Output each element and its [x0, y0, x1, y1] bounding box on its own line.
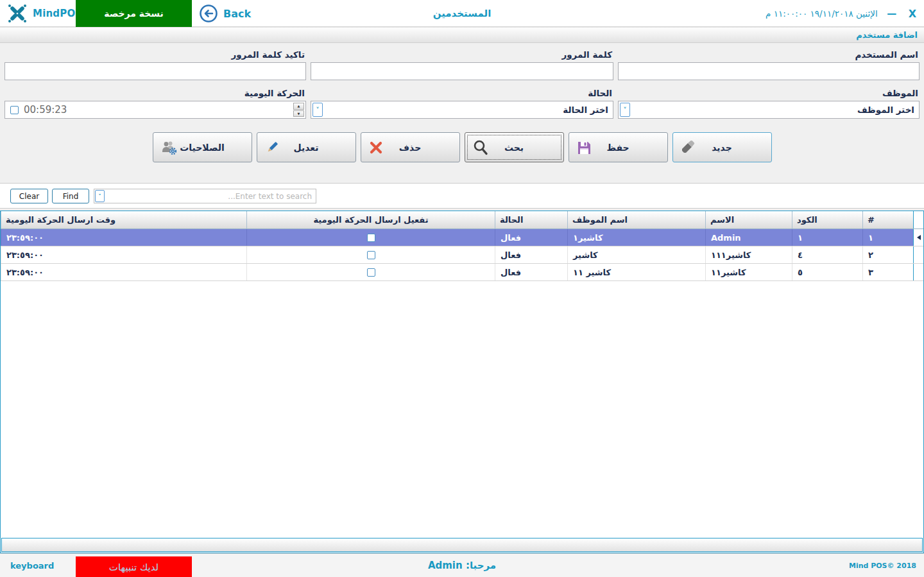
- users-table: #الكودالاسماسم الموظفالحالةتفعيل ارسال ا…: [0, 211, 924, 553]
- table-row[interactable]: ٣٥كاشير١١كاشير ١١فعال٢٣:٥٩:٠٠: [1, 264, 923, 281]
- row-indicator: [913, 246, 923, 263]
- password-label: كلمة المرور: [311, 49, 612, 60]
- time-spinner: ▲ ▼: [293, 103, 304, 117]
- cell-time: ٢٣:٥٩:٠٠: [1, 246, 246, 263]
- cell-name: كاشير١١: [705, 264, 792, 280]
- table-body: ١١Adminكاشير١فعال٢٣:٥٩:٠٠٢٤كاشير١١١كاشير…: [1, 229, 923, 281]
- column-header[interactable]: اسم الموظف: [567, 211, 705, 228]
- confirm-password-label: تاكيد كلمة المرور: [4, 49, 305, 60]
- column-header[interactable]: #: [862, 211, 913, 228]
- cell-code: ٤: [792, 246, 862, 263]
- search-text-input[interactable]: [105, 189, 316, 203]
- cell-status: فعال: [495, 264, 567, 280]
- cell-name: Admin: [705, 229, 792, 246]
- row-indicator: [913, 229, 923, 246]
- cell-employee: كاشير: [567, 246, 705, 263]
- spin-down-icon[interactable]: ▼: [293, 110, 304, 117]
- minimize-button[interactable]: —: [887, 0, 897, 27]
- daily-time-checkbox[interactable]: [10, 106, 19, 114]
- confirm-password-input[interactable]: [4, 62, 306, 80]
- clear-button[interactable]: Clear: [10, 189, 48, 203]
- table-search-bar: Clear Find ˅: [0, 183, 924, 209]
- table-row[interactable]: ١١Adminكاشير١فعال٢٣:٥٩:٠٠: [1, 229, 923, 246]
- titlebar: MindPOS نسخة مرخصة Back المستخدمين الإثن…: [0, 0, 924, 27]
- datetime-text: الإثنين ١٩/١١/٢٠١٨ ١١:٠٠:٠٠ م: [766, 8, 878, 19]
- cell-num: ١: [862, 229, 913, 246]
- spin-up-icon[interactable]: ▲: [293, 103, 304, 110]
- permissions-button[interactable]: الصلاحيات: [153, 132, 252, 162]
- cell-employee: كاشير ١١: [567, 264, 705, 280]
- cell-time: ٢٣:٥٩:٠٠: [1, 229, 246, 246]
- delete-x-icon: [368, 140, 384, 155]
- row-indicator: [913, 264, 923, 280]
- row-indicator-header: [913, 211, 923, 228]
- daily-enable-checkbox[interactable]: [367, 234, 375, 242]
- username-input[interactable]: [618, 62, 920, 80]
- cell-daily-enable: [246, 264, 495, 280]
- section-header: اضافة مستخدم: [0, 27, 924, 43]
- employee-select[interactable]: اختر الموظف ˅: [618, 101, 920, 119]
- users-gear-icon: [160, 139, 178, 156]
- daily-movement-label: الحركة اليومية: [4, 88, 305, 98]
- password-input[interactable]: [311, 62, 613, 80]
- daily-enable-checkbox[interactable]: [367, 251, 375, 259]
- status-label: الحالة: [311, 88, 612, 98]
- daily-enable-checkbox[interactable]: [367, 268, 375, 277]
- employee-label: الموظف: [618, 88, 918, 98]
- copyright-text: Mind POS© 2018: [849, 554, 916, 577]
- cell-num: ٢: [862, 246, 913, 263]
- action-buttons: جديد حفظ: [4, 132, 920, 162]
- add-user-form: اسم المستخدم كلمة المرور تاكيد كلمة المر…: [0, 43, 924, 183]
- cell-name: كاشير١١١: [705, 246, 792, 263]
- username-label: اسم المستخدم: [618, 49, 918, 60]
- cell-daily-enable: [246, 246, 495, 263]
- cell-employee: كاشير١: [567, 229, 705, 246]
- cell-status: فعال: [495, 246, 567, 263]
- search-button[interactable]: بحث: [465, 132, 564, 162]
- column-header[interactable]: وقت ارسال الحركة اليومية: [1, 211, 246, 228]
- cell-time: ٢٣:٥٩:٠٠: [1, 264, 246, 280]
- chevron-down-icon[interactable]: ˅: [620, 103, 630, 117]
- cell-code: ٥: [792, 264, 862, 280]
- app-window: MindPOS نسخة مرخصة Back المستخدمين الإثن…: [0, 0, 924, 577]
- daily-time-value: 00:59:23: [24, 104, 67, 116]
- delete-button[interactable]: حذف: [361, 132, 460, 162]
- close-button[interactable]: X: [906, 8, 919, 20]
- edit-pencil-icon: [264, 140, 280, 155]
- column-header[interactable]: الكود: [792, 211, 862, 228]
- column-header[interactable]: الاسم: [705, 211, 792, 228]
- cell-code: ١: [792, 229, 862, 246]
- cell-status: فعال: [495, 229, 567, 246]
- grid-footer-bar: [1, 538, 923, 552]
- edit-button[interactable]: تعديل: [257, 132, 356, 162]
- column-header[interactable]: تفعيل ارسال الحركة اليومية: [246, 211, 495, 228]
- table-header: #الكودالاسماسم الموظفالحالةتفعيل ارسال ا…: [1, 211, 923, 229]
- column-header[interactable]: الحالة: [495, 211, 567, 228]
- cell-daily-enable: [246, 229, 495, 246]
- statusbar: keyboard لديك تنبيهات مرحبا: Admin Mind …: [0, 553, 924, 577]
- save-button[interactable]: حفظ: [569, 132, 668, 162]
- search-combo: ˅: [94, 189, 316, 203]
- welcome-text: مرحبا: Admin: [0, 554, 924, 577]
- cell-num: ٣: [862, 264, 913, 280]
- chevron-down-icon[interactable]: ˅: [312, 103, 323, 117]
- table-row[interactable]: ٢٤كاشير١١١كاشيرفعال٢٣:٥٩:٠٠: [1, 246, 923, 264]
- chevron-down-icon[interactable]: ˅: [95, 190, 105, 202]
- eraser-icon: [680, 141, 696, 155]
- search-icon: [472, 139, 489, 156]
- status-select-value: اختر الحالة: [563, 105, 608, 115]
- status-select[interactable]: اختر الحالة ˅: [311, 101, 613, 119]
- daily-time-picker[interactable]: 00:59:23 ▲ ▼: [4, 101, 306, 119]
- new-button[interactable]: جديد: [672, 132, 772, 162]
- find-button[interactable]: Find: [52, 189, 89, 203]
- save-floppy-icon: [576, 140, 592, 155]
- employee-select-value: اختر الموظف: [857, 105, 914, 115]
